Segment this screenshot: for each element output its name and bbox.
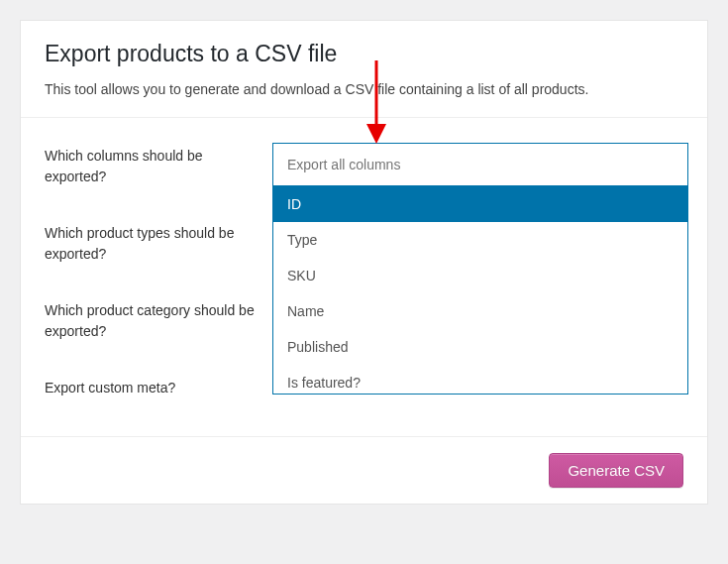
columns-option[interactable]: Name	[273, 293, 687, 329]
label-category: Which product category should be exporte…	[45, 300, 272, 342]
columns-select-search[interactable]	[273, 144, 687, 185]
columns-select-dropdown[interactable]: IDTypeSKUNamePublishedIs featured?	[272, 143, 688, 395]
label-columns: Which columns should be exported?	[45, 146, 272, 187]
label-types: Which product types should be exported?	[45, 223, 272, 265]
form-body: IDTypeSKUNamePublishedIs featured? Which…	[21, 118, 707, 436]
columns-options-list: IDTypeSKUNamePublishedIs featured?	[273, 185, 687, 394]
card-header: Export products to a CSV file This tool …	[21, 21, 707, 118]
columns-option[interactable]: SKU	[273, 258, 687, 293]
columns-option[interactable]: Published	[273, 329, 687, 365]
label-meta: Export custom meta?	[45, 378, 272, 398]
columns-option[interactable]: Type	[273, 222, 687, 258]
card-footer: Generate CSV	[21, 436, 707, 504]
export-card: Export products to a CSV file This tool …	[20, 20, 708, 505]
columns-option[interactable]: Is featured?	[273, 365, 687, 394]
generate-csv-button[interactable]: Generate CSV	[549, 453, 683, 488]
page-description: This tool allows you to generate and dow…	[45, 81, 683, 97]
page-title: Export products to a CSV file	[45, 41, 683, 67]
columns-option[interactable]: ID	[273, 186, 687, 222]
